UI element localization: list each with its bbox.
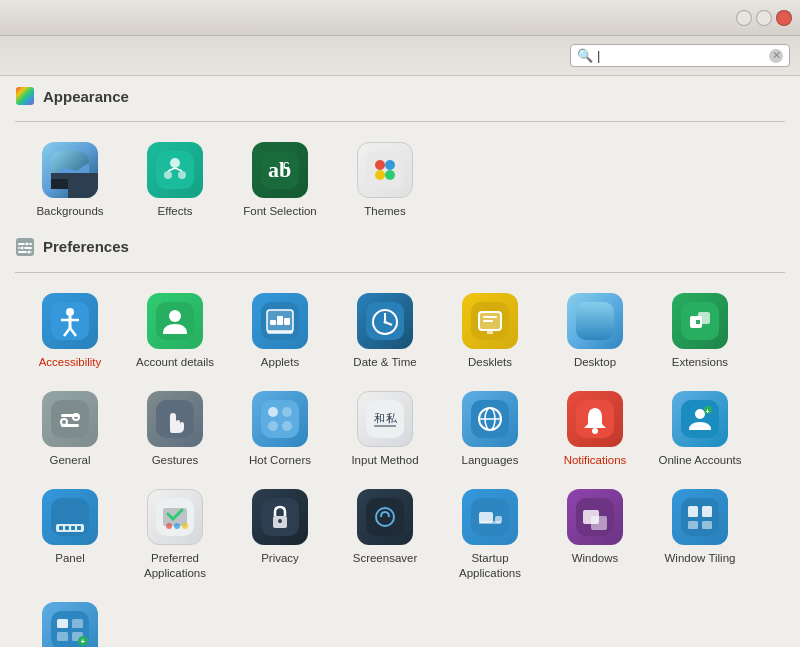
item-icon-desklets [462,293,518,349]
item-themes[interactable]: Themes [335,134,435,227]
item-gestures[interactable]: Gestures [125,383,225,476]
svg-rect-65 [366,400,404,438]
item-languages[interactable]: Languages [440,383,540,476]
item-date-time[interactable]: Date & Time [335,285,435,378]
svg-point-14 [375,160,385,170]
svg-rect-84 [77,526,81,530]
svg-point-44 [384,320,387,323]
item-icon-input-method: 和 私 [357,391,413,447]
item-label-languages: Languages [462,453,519,468]
svg-rect-105 [688,521,698,529]
search-clear-button[interactable]: ✕ [769,49,783,63]
item-effects[interactable]: Effects [125,134,225,227]
section-icon-preferences [15,237,35,257]
item-desktop[interactable]: Desktop [545,285,645,378]
item-desklets[interactable]: Desklets [440,285,540,378]
item-panel[interactable]: Panel [20,481,120,589]
svg-text:+: + [706,407,710,414]
item-label-font-selection: Font Selection [243,204,317,219]
svg-rect-38 [284,318,290,325]
svg-rect-4 [156,151,194,189]
item-label-online-accounts: Online Accounts [658,453,741,468]
item-startup-applications[interactable]: Startup Applications [440,481,540,589]
item-label-accessibility: Accessibility [39,355,102,370]
svg-rect-101 [591,516,607,530]
item-icon-gestures [147,391,203,447]
item-icon-windows [567,489,623,545]
item-icon-notifications [567,391,623,447]
window-controls [736,10,792,26]
item-input-method[interactable]: 和 私 Input Method [335,383,435,476]
section-title-appearance: Appearance [43,88,129,105]
item-window-tiling[interactable]: Window Tiling [650,481,750,589]
search-container[interactable]: 🔍 ✕ [570,44,790,67]
svg-point-17 [385,170,395,180]
item-icon-applets [252,293,308,349]
close-button[interactable] [776,10,792,26]
item-label-window-tiling: Window Tiling [665,551,736,566]
svg-point-89 [182,523,188,529]
svg-point-76 [695,409,705,419]
section-divider-appearance [15,121,785,122]
item-accessibility[interactable]: Accessibility [20,285,120,378]
svg-rect-13 [366,151,404,189]
minimize-button[interactable] [736,10,752,26]
item-privacy[interactable]: Privacy [230,481,330,589]
item-backgrounds[interactable]: Backgrounds [20,134,120,227]
item-label-backgrounds: Backgrounds [36,204,103,219]
section-divider-preferences [15,272,785,273]
item-font-selection[interactable]: ab c Font Selection [230,134,330,227]
item-label-applets: Applets [261,355,299,370]
item-icon-preferred-applications [147,489,203,545]
svg-point-88 [174,523,180,529]
item-notifications[interactable]: Notifications [545,383,645,476]
item-label-desktop: Desktop [574,355,616,370]
svg-rect-104 [702,506,712,517]
svg-rect-82 [65,526,69,530]
item-label-startup-applications: Startup Applications [446,551,534,581]
svg-point-16 [375,170,385,180]
svg-rect-102 [681,498,719,536]
item-applets[interactable]: Applets [230,285,330,378]
svg-rect-103 [688,506,698,517]
svg-rect-93 [366,498,404,536]
svg-point-92 [278,519,282,523]
svg-text:私: 私 [386,412,398,424]
svg-rect-58 [61,424,79,427]
item-label-input-method: Input Method [351,453,418,468]
item-label-date-time: Date & Time [353,355,416,370]
svg-point-22 [25,242,29,246]
svg-point-87 [166,523,172,529]
section-preferences: Preferences Accessibility Account detail… [15,237,785,647]
item-icon-hot-corners [252,391,308,447]
item-account-details[interactable]: Account details [125,285,225,378]
svg-rect-36 [270,320,276,325]
item-icon-font-selection: ab c [252,142,308,198]
item-online-accounts[interactable]: + Online Accounts [650,383,750,476]
settings-content: Appearance Backgrounds Effects ab c Font… [0,76,800,647]
svg-rect-50 [576,302,614,340]
items-grid-appearance: Backgrounds Effects ab c Font Selection … [15,134,785,227]
item-preferred-applications[interactable]: Preferred Applications [125,481,225,589]
item-icon-screensaver [357,489,413,545]
item-extensions[interactable]: Extensions [650,285,750,378]
maximize-button[interactable] [756,10,772,26]
search-input[interactable] [597,48,765,63]
item-icon-effects [147,142,203,198]
item-icon-account-details [147,293,203,349]
item-general[interactable]: General [20,383,120,476]
item-screensaver[interactable]: Screensaver [335,481,435,589]
items-grid-preferences: Accessibility Account details Applets Da… [15,285,785,647]
svg-rect-61 [268,407,278,417]
svg-text:c: c [283,157,290,172]
svg-text:和: 和 [374,412,385,424]
item-label-preferred-applications: Preferred Applications [131,551,219,581]
item-label-hot-corners: Hot Corners [249,453,311,468]
item-windows[interactable]: Windows [545,481,645,589]
item-label-notifications: Notifications [564,453,627,468]
item-hot-corners[interactable]: Hot Corners [230,383,330,476]
item-label-general: General [50,453,91,468]
item-workspaces[interactable]: + Workspaces [20,594,120,647]
svg-rect-62 [282,407,292,417]
item-icon-startup-applications [462,489,518,545]
